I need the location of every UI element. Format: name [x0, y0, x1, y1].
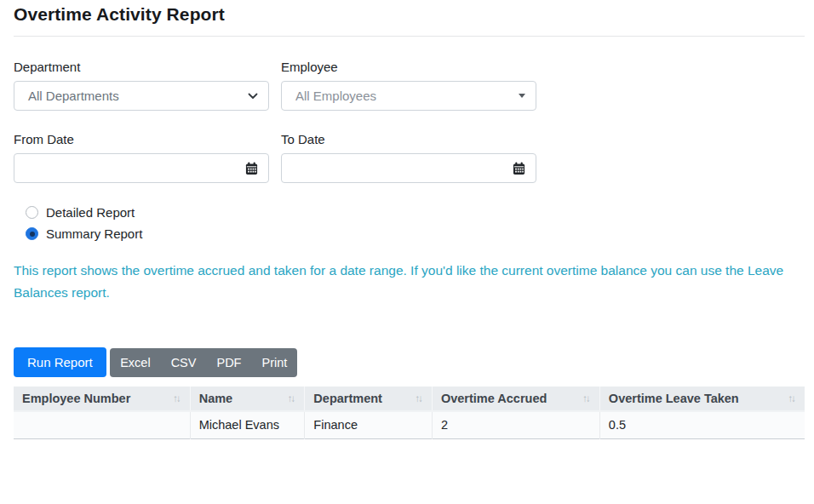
department-label: Department	[14, 60, 269, 74]
cell-employee-number	[14, 411, 190, 438]
table-row: Michael Evans Finance 2 0.5	[14, 411, 805, 438]
calendar-icon	[245, 162, 258, 175]
summary-report-radio[interactable]: Summary Report	[26, 226, 805, 241]
employee-select[interactable]: All Employees	[281, 81, 536, 111]
cell-department: Finance	[305, 411, 433, 438]
filter-form: Department All Departments Employee All …	[14, 60, 805, 204]
export-print-button[interactable]: Print	[251, 348, 297, 377]
report-info-text: This report shows the overtime accrued a…	[14, 260, 805, 304]
cell-name: Michael Evans	[190, 411, 305, 438]
export-button-group: Excel CSV PDF Print	[110, 348, 297, 377]
summary-report-radio-label: Summary Report	[46, 226, 142, 241]
radio-unchecked-icon	[26, 206, 38, 219]
employee-select-value: All Employees	[295, 89, 376, 103]
cell-overtime-accrued: 2	[432, 411, 599, 438]
to-date-label: To Date	[281, 132, 536, 146]
page-title: Overtime Activity Report	[14, 0, 805, 25]
to-date-field: To Date	[281, 132, 536, 183]
report-table: Employee Number↑↓ Name↑↓ Department↑↓ Ov…	[14, 387, 805, 439]
column-header-overtime-accrued[interactable]: Overtime Accrued↑↓	[432, 387, 599, 411]
department-select[interactable]: All Departments	[14, 81, 269, 111]
export-pdf-button[interactable]: PDF	[206, 348, 251, 377]
cell-overtime-leave-taken: 0.5	[599, 411, 805, 438]
column-header-employee-number[interactable]: Employee Number↑↓	[14, 387, 190, 411]
radio-checked-icon	[26, 227, 38, 240]
sort-icon: ↑↓	[582, 393, 591, 404]
employee-label: Employee	[281, 60, 536, 74]
department-select-value: All Departments	[28, 89, 119, 103]
from-date-input[interactable]	[14, 153, 269, 183]
sort-icon: ↑↓	[788, 393, 797, 404]
calendar-icon	[513, 162, 525, 175]
title-divider	[14, 36, 805, 37]
chevron-down-icon	[248, 93, 258, 100]
sort-icon: ↑↓	[173, 393, 181, 404]
caret-down-icon	[519, 94, 525, 98]
run-report-button[interactable]: Run Report	[14, 347, 106, 377]
detailed-report-radio[interactable]: Detailed Report	[26, 205, 805, 220]
from-date-field: From Date	[14, 132, 269, 183]
sort-icon: ↑↓	[415, 393, 423, 404]
column-header-overtime-leave-taken[interactable]: Overtime Leave Taken↑↓	[599, 387, 805, 411]
overtime-activity-report-page: Overtime Activity Report Department All …	[0, 0, 814, 439]
from-date-label: From Date	[14, 132, 269, 146]
column-header-name[interactable]: Name↑↓	[190, 387, 305, 411]
department-field: Department All Departments	[14, 60, 269, 111]
sort-icon: ↑↓	[288, 393, 296, 404]
report-type-radio-group: Detailed Report Summary Report	[26, 205, 805, 241]
detailed-report-radio-label: Detailed Report	[46, 205, 135, 220]
table-header-row: Employee Number↑↓ Name↑↓ Department↑↓ Ov…	[14, 387, 805, 411]
to-date-input[interactable]	[281, 153, 536, 183]
employee-field: Employee All Employees	[281, 60, 536, 111]
export-csv-button[interactable]: CSV	[161, 348, 207, 377]
column-header-department[interactable]: Department↑↓	[305, 387, 433, 411]
export-excel-button[interactable]: Excel	[110, 348, 160, 377]
